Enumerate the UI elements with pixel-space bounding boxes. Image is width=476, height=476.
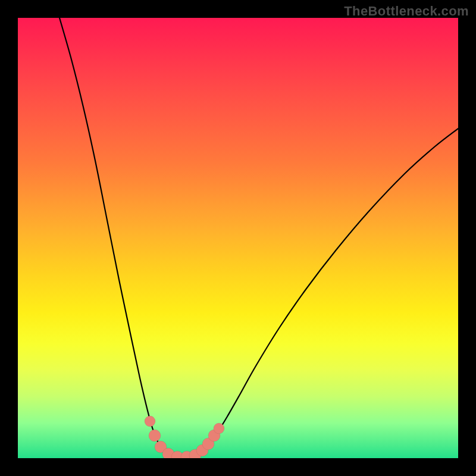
- bottleneck-curve: [60, 18, 458, 458]
- watermark-text: TheBottleneck.com: [344, 4, 469, 19]
- stage: TheBottleneck.com: [0, 0, 476, 476]
- plot-area: [18, 18, 458, 458]
- chart-svg: [18, 18, 458, 458]
- curve-marker-1: [149, 430, 161, 441]
- curve-marker-0: [145, 416, 155, 427]
- curve-marker-10: [214, 423, 224, 434]
- curve-markers: [145, 416, 224, 458]
